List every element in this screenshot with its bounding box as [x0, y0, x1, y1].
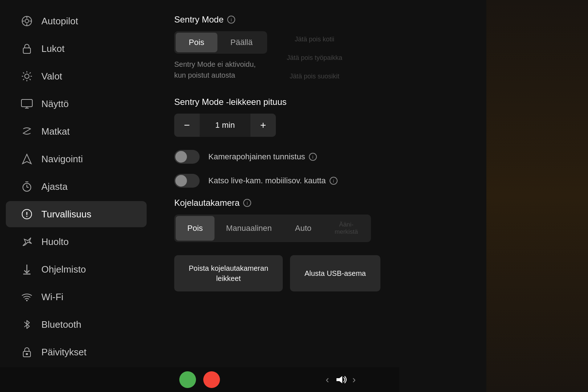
sentry-clip-plus-button[interactable]: +: [250, 114, 276, 137]
sentry-mode-on-button[interactable]: Päällä: [217, 33, 266, 52]
sidebar-item-label-huolto: Huolto: [41, 236, 69, 248]
bluetooth-icon: [20, 318, 33, 331]
sidebar-item-label-wifi: Wi-Fi: [41, 291, 64, 303]
bottom-bar: ‹ ›: [0, 367, 399, 392]
svg-rect-31: [26, 353, 28, 355]
green-circle-button[interactable]: [179, 371, 196, 388]
svg-line-12: [23, 73, 24, 74]
sidebar-item-matkat[interactable]: Matkat: [6, 118, 147, 144]
live-camera-info-icon[interactable]: i: [330, 177, 338, 185]
camera-recognition-info-icon[interactable]: i: [309, 153, 317, 161]
volume-button[interactable]: [335, 375, 347, 385]
autopilot-icon: [20, 15, 33, 28]
right-panel: [486, 0, 588, 392]
camera-recognition-toggle[interactable]: [174, 150, 200, 164]
sentry-mode-description: Sentry Mode ei aktivoidu, kun poistut au…: [174, 59, 267, 81]
dashcam-section: Kojelautakamera i Pois Manuaalinen Auto …: [174, 198, 465, 242]
sentry-clip-title: Sentry Mode -leikkeen pituus: [174, 97, 465, 107]
svg-line-14: [23, 79, 24, 80]
sidebar-item-label-turvallisuus: Turvallisuus: [41, 209, 91, 220]
sentry-leave-home-button: Jätä pois kotii: [278, 32, 351, 47]
sidebar-item-label-naytto: Näyttö: [41, 98, 69, 110]
security-icon: [20, 208, 33, 221]
main-content: Sentry Mode i Pois Päällä Sentry Mode ei…: [152, 0, 486, 392]
dashcam-off-button[interactable]: Pois: [176, 216, 215, 241]
sentry-mode-off-button[interactable]: Pois: [176, 33, 217, 52]
sentry-mode-info-icon[interactable]: i: [227, 16, 235, 24]
display-icon: [20, 97, 33, 110]
sentry-leave-work-button: Jätä pois työpaikka: [278, 50, 351, 65]
svg-rect-16: [21, 99, 32, 107]
sidebar-item-huolto[interactable]: Huolto: [6, 229, 147, 255]
svg-line-15: [30, 73, 31, 74]
sidebar-item-valot[interactable]: Valot: [6, 63, 147, 89]
sentry-mode-title: Sentry Mode i: [174, 15, 465, 25]
software-icon: [20, 263, 33, 276]
sidebar: Autopilot Lukot: [0, 0, 152, 392]
sidebar-item-paivitykset[interactable]: Päivitykset: [6, 339, 147, 365]
svg-marker-19: [23, 154, 31, 164]
sidebar-item-autopilot[interactable]: Autopilot: [6, 8, 147, 34]
sidebar-item-ajasta[interactable]: Ajasta: [6, 173, 147, 200]
trips-icon: [20, 125, 33, 138]
dashcam-sound-button: Ääni- merkistä: [323, 216, 369, 241]
format-usb-button[interactable]: Alusta USB-asema: [290, 255, 380, 291]
dashcam-auto-button[interactable]: Auto: [283, 216, 323, 241]
svg-point-1: [25, 19, 29, 23]
live-camera-row: Katso live-kam. mobiilisov. kautta i: [174, 174, 465, 188]
svg-line-13: [30, 79, 31, 80]
live-camera-toggle[interactable]: [174, 174, 200, 188]
red-circle-button[interactable]: [203, 371, 220, 388]
camera-recognition-row: Kamerapohjainen tunnistus i: [174, 150, 465, 164]
chevron-left-button[interactable]: ‹: [326, 374, 329, 385]
wifi-icon: [20, 290, 33, 303]
sidebar-item-lukot[interactable]: Lukot: [6, 36, 147, 62]
sentry-mode-toggle-group: Pois Päällä: [174, 31, 267, 54]
timer-icon: [20, 180, 33, 193]
navigation-icon: [20, 152, 33, 166]
sidebar-item-naytto[interactable]: Näyttö: [6, 91, 147, 117]
camera-recognition-knob: [175, 151, 187, 163]
live-camera-label: Katso live-kam. mobiilisov. kautta i: [208, 176, 338, 185]
sidebar-item-label-bluetooth: Bluetooth: [41, 319, 81, 330]
sidebar-item-label-valot: Valot: [41, 71, 62, 82]
lock-icon: [20, 42, 33, 55]
svg-point-7: [25, 74, 29, 78]
sidebar-item-bluetooth[interactable]: Bluetooth: [6, 311, 147, 338]
sidebar-item-label-lukot: Lukot: [41, 43, 65, 54]
sidebar-item-label-navigointi: Navigointi: [41, 154, 83, 165]
maintenance-icon: [20, 235, 33, 248]
sentry-clip-value: 1 min: [200, 121, 250, 130]
sentry-mode-section: Sentry Mode i Pois Päällä Sentry Mode ei…: [174, 15, 465, 84]
sentry-clip-stepper: − 1 min +: [174, 114, 276, 137]
live-camera-knob: [175, 175, 187, 187]
sidebar-item-label-ohjelmisto: Ohjelmisto: [41, 264, 86, 275]
sidebar-item-ohjelmisto[interactable]: Ohjelmisto: [6, 256, 147, 282]
chevron-right-button[interactable]: ›: [352, 374, 356, 385]
sentry-clip-section: Sentry Mode -leikkeen pituus − 1 min +: [174, 97, 465, 137]
sidebar-item-label-ajasta: Ajasta: [41, 181, 68, 192]
sidebar-item-label-matkat: Matkat: [41, 126, 70, 137]
dashcam-manual-button[interactable]: Manuaalinen: [215, 216, 283, 241]
sidebar-item-label-paivitykset: Päivitykset: [41, 347, 86, 358]
svg-rect-6: [23, 48, 30, 53]
action-buttons-row: Poista kojelautakameran leikkeet Alusta …: [174, 255, 465, 291]
sidebar-item-navigointi[interactable]: Navigointi: [6, 146, 147, 172]
svg-marker-32: [336, 376, 342, 383]
svg-point-29: [26, 300, 28, 301]
dashcam-title: Kojelautakamera i: [174, 198, 465, 208]
svg-point-26: [26, 216, 28, 217]
light-icon: [20, 70, 33, 83]
dashcam-mode-group: Pois Manuaalinen Auto Ääni- merkistä: [174, 215, 371, 242]
remove-clips-button[interactable]: Poista kojelautakameran leikkeet: [174, 255, 283, 291]
dashcam-info-icon[interactable]: i: [243, 199, 251, 207]
updates-icon: [20, 346, 33, 359]
sidebar-item-turvallisuus[interactable]: Turvallisuus: [6, 201, 147, 227]
sentry-clip-minus-button[interactable]: −: [174, 114, 200, 137]
sidebar-item-label-autopilot: Autopilot: [41, 16, 78, 27]
app-container: Autopilot Lukot: [0, 0, 588, 392]
camera-recognition-label: Kamerapohjainen tunnistus i: [208, 152, 317, 162]
sidebar-item-wifi[interactable]: Wi-Fi: [6, 284, 147, 310]
sentry-leave-favorites-button: Jätä pois suosikit: [278, 69, 351, 84]
